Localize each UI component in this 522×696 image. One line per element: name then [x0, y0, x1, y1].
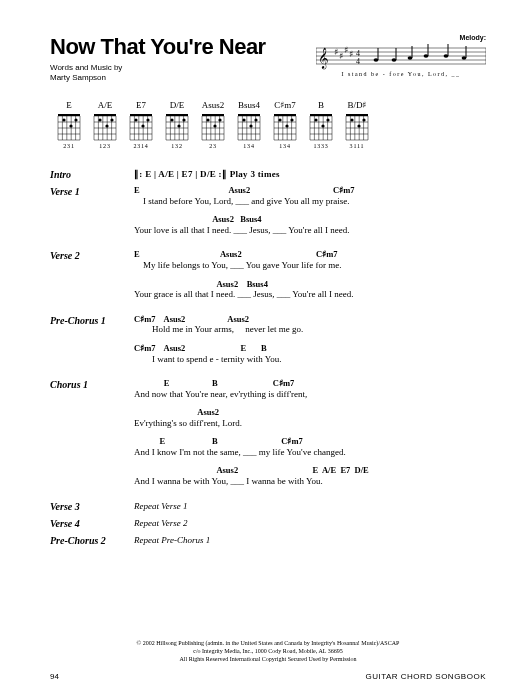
- chord-diagram: E231: [56, 100, 82, 149]
- svg-point-143: [314, 119, 317, 122]
- line-group: C♯m7 Asus2 Asus2 Hold me in Your arms, n…: [134, 315, 486, 335]
- section-label: Pre-Chorus 1: [50, 315, 126, 373]
- lyric-line: Your grace is all that I need. ___ Jesus…: [134, 289, 486, 299]
- chord-fingers: 134: [279, 143, 290, 149]
- chord-name: A/E: [98, 100, 113, 110]
- section-label: Pre-Chorus 2: [50, 535, 126, 546]
- svg-point-159: [357, 125, 360, 128]
- chord-fingers: 23: [209, 143, 217, 149]
- chord-diagram: E72314: [128, 100, 154, 149]
- repeat-text: Repeat Pre-Chorus 1: [134, 535, 210, 545]
- chord-name: B: [318, 100, 324, 110]
- svg-text:♯: ♯: [339, 51, 343, 61]
- svg-rect-101: [238, 114, 260, 116]
- repeat-text: Repeat Verse 2: [134, 518, 187, 528]
- chord-fingers: 134: [243, 143, 254, 149]
- section-body: E Asus2 C♯m7 I stand before You, Lord, _…: [134, 186, 486, 244]
- lyric-line: Hold me in Your arms, never let me go.: [134, 324, 486, 334]
- svg-rect-26: [58, 114, 80, 116]
- svg-point-83: [170, 119, 173, 122]
- section-label: Verse 4: [50, 518, 126, 529]
- svg-text:𝄞: 𝄞: [318, 47, 329, 70]
- svg-point-70: [146, 119, 149, 122]
- chord-diagram: D/E132: [164, 100, 190, 149]
- line-group: E Asus2 C♯m7 My life belongs to You, ___…: [134, 250, 486, 270]
- svg-text:♯: ♯: [349, 49, 353, 59]
- footer-bottom: 94 GUITAR CHORD SONGBOOK: [50, 672, 486, 682]
- svg-text:♯: ♯: [334, 47, 338, 57]
- svg-rect-71: [166, 114, 188, 116]
- page-number: 94: [50, 672, 59, 682]
- section: Verse 4Repeat Verse 2: [50, 518, 486, 529]
- svg-point-128: [278, 119, 281, 122]
- repeat-text: Repeat Verse 1: [134, 501, 187, 511]
- chord-line: E Asus2 C♯m7: [134, 250, 486, 260]
- section: Intro‖: E | A/E | E7 | D/E :‖ Play 3 tim…: [50, 169, 486, 180]
- section-body: E B C♯m7And now that You're near, ev'ryt…: [134, 379, 486, 495]
- svg-point-69: [141, 125, 144, 128]
- chord-line: C♯m7 Asus2 Asus2: [134, 315, 486, 325]
- svg-point-130: [290, 119, 293, 122]
- chord-fingers: 123: [99, 143, 110, 149]
- section-label: Chorus 1: [50, 379, 126, 495]
- section-label: Intro: [50, 169, 126, 180]
- svg-rect-131: [310, 114, 332, 116]
- chord-fingers: 2314: [133, 143, 148, 149]
- section-body: ‖: E | A/E | E7 | D/E :‖ Play 3 times: [134, 169, 486, 180]
- line-group: E B C♯m7And I know I'm not the same, ___…: [134, 437, 486, 457]
- line-group: Asus2 Bsus4Your love is all that I need.…: [134, 215, 486, 235]
- chord-line: Asus2 E A/E E7 D/E: [134, 466, 486, 476]
- chord-line: E B C♯m7: [134, 379, 486, 389]
- svg-point-40: [74, 119, 77, 122]
- section-body: Repeat Verse 1: [134, 501, 486, 512]
- chord-diagram: Bsus4134: [236, 100, 262, 149]
- svg-point-54: [105, 125, 108, 128]
- svg-point-39: [69, 125, 72, 128]
- section: Verse 1E Asus2 C♯m7 I stand before You, …: [50, 186, 486, 244]
- svg-rect-116: [274, 114, 296, 116]
- svg-point-115: [254, 119, 257, 122]
- line-group: Asus2 Bsus4Your grace is all that I need…: [134, 280, 486, 300]
- lyric-line: And I know I'm not the same, ___ my life…: [134, 447, 486, 457]
- line-group: Asus2Ev'rything's so diff'rent, Lord.: [134, 408, 486, 428]
- chord-diagrams: E231A/E123E72314D/E132Asus223Bsus4134C♯m…: [56, 100, 486, 149]
- svg-point-68: [134, 119, 137, 122]
- svg-point-113: [242, 119, 245, 122]
- lyric-line: And I wanna be with You, ___ I wanna be …: [134, 476, 486, 486]
- chord-diagram: C♯m7134: [272, 100, 298, 149]
- line-group: Asus2 E A/E E7 D/EAnd I wanna be with Yo…: [134, 466, 486, 486]
- chord-diagram: B/D♯3111: [344, 100, 370, 149]
- line-group: C♯m7 Asus2 E B I want to spend e - terni…: [134, 344, 486, 364]
- lyric-line: And now that You're near, ev'rything is …: [134, 389, 486, 399]
- svg-point-55: [110, 119, 113, 122]
- svg-point-85: [182, 119, 185, 122]
- chord-line: Asus2: [134, 408, 486, 418]
- song-content: Intro‖: E | A/E | E7 | D/E :‖ Play 3 tim…: [50, 169, 486, 546]
- chord-line: Asus2 Bsus4: [134, 280, 486, 290]
- chord-line: C♯m7 Asus2 E B: [134, 344, 486, 354]
- songbook-page: Now That You're Near Words and Music by …: [0, 0, 522, 696]
- chord-name: Asus2: [202, 100, 225, 110]
- chord-line: E Asus2 C♯m7: [134, 186, 486, 196]
- lyric-line: Ev'rything's so diff'rent, Lord.: [134, 418, 486, 428]
- lyric-line: I want to spend e - ternity with You.: [134, 354, 486, 364]
- lyric-line: I stand before You, Lord, ___ and give Y…: [134, 196, 486, 206]
- chord-fingers: 1333: [313, 143, 328, 149]
- chord-diagram: A/E123: [92, 100, 118, 149]
- chord-name: Bsus4: [238, 100, 260, 110]
- svg-point-98: [206, 119, 209, 122]
- chord-name: D/E: [170, 100, 185, 110]
- svg-point-100: [218, 119, 221, 122]
- section-label: Verse 3: [50, 501, 126, 512]
- copyright: © 2002 Hillsong Publishing (admin. in th…: [50, 640, 486, 663]
- section: Verse 3Repeat Verse 1: [50, 501, 486, 512]
- chord-line: E B C♯m7: [134, 437, 486, 447]
- melody-block: Melody: 𝄞 ♯ ♯ ♯ ♯: [316, 34, 486, 77]
- chord-fingers: 231: [63, 143, 74, 149]
- section-body: Repeat Pre-Chorus 1: [134, 535, 486, 546]
- chord-fingers: 3111: [350, 143, 365, 149]
- chord-diagram: B1333: [308, 100, 334, 149]
- melody-lyrics: I stand be - fore You, Lord, __: [316, 71, 486, 77]
- svg-point-114: [249, 125, 252, 128]
- chord-line: Asus2 Bsus4: [134, 215, 486, 225]
